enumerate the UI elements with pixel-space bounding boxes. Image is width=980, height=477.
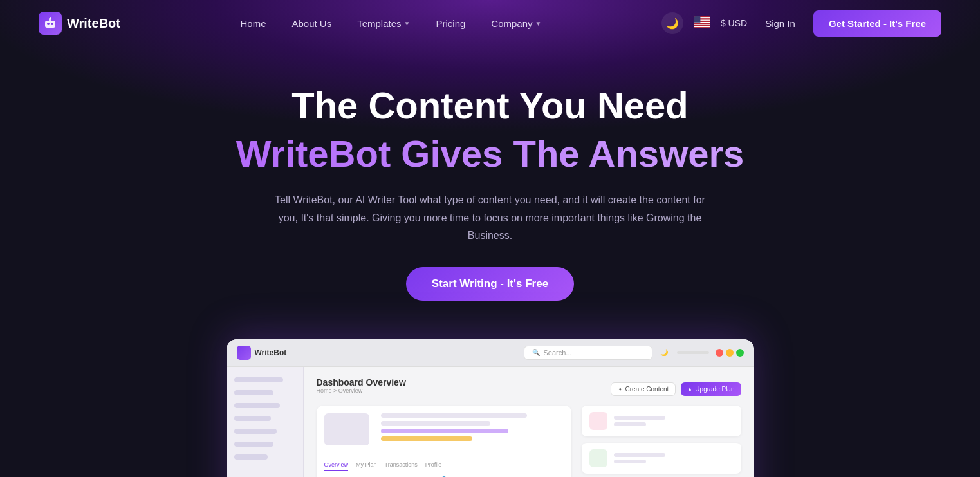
dashboard-body: Dashboard Overview Home > Overview ✦ Cre…: [227, 367, 754, 477]
text-line: [381, 421, 490, 426]
dash-logo-mini-icon: [237, 346, 251, 360]
nav-right: 🌙 $ USD: [661, 10, 941, 37]
dashboard-preview: WriteBot 🔍 Search... 🌙: [227, 339, 754, 477]
traffic-lights: [716, 349, 744, 357]
dashboard-title-area: Dashboard Overview Home > Overview: [317, 377, 406, 402]
tab-transactions[interactable]: Transactions: [385, 462, 418, 471]
stat-line-short: [614, 422, 646, 426]
hero-cta-button[interactable]: Start Writing - It's Free: [406, 267, 574, 301]
sidebar-item: [234, 429, 277, 434]
dashboard-breadcrumb: Home > Overview: [317, 388, 406, 394]
card-content: [324, 413, 564, 449]
nav-pricing[interactable]: Pricing: [424, 13, 477, 34]
svg-rect-0: [45, 21, 55, 28]
dark-mode-toggle[interactable]: 🌙: [661, 12, 683, 34]
company-chevron-icon: ▼: [535, 20, 542, 27]
text-line-warning: [381, 436, 472, 441]
logo-icon: [39, 12, 62, 35]
sidebar-item: [234, 454, 268, 460]
stat-line-short: [614, 460, 646, 463]
stat-card-2: [582, 443, 741, 474]
nav-company[interactable]: Company ▼: [479, 13, 553, 34]
svg-rect-16: [694, 27, 710, 28]
card-thumbnail: [324, 413, 369, 445]
card-tabs[interactable]: Overview My Plan Transactions Profile: [324, 456, 564, 471]
window-controls: 🌙: [660, 349, 744, 357]
currency-selector[interactable]: $ USD: [721, 18, 747, 28]
create-content-button[interactable]: ✦ Create Content: [611, 382, 676, 396]
search-placeholder: Search...: [544, 349, 572, 357]
svg-rect-14: [694, 25, 710, 26]
sidebar-item: [234, 442, 274, 447]
hero-title-line2: WriteBot Gives The Answers: [13, 131, 967, 176]
nav-templates[interactable]: Templates ▼: [346, 13, 421, 34]
sidebar-item: [234, 403, 280, 408]
dashboard-header: Dashboard Overview Home > Overview ✦ Cre…: [317, 377, 741, 402]
search-icon: 🔍: [532, 349, 540, 356]
hero-section: The Content You Need WriteBot Gives The …: [0, 46, 980, 326]
stat-icon-1: [589, 412, 607, 430]
stat-text-1: [614, 416, 665, 426]
nav-links: Home About Us Templates ▼ Pricing Compan…: [228, 13, 553, 34]
nav-about[interactable]: About Us: [280, 13, 343, 34]
templates-chevron-icon: ▼: [404, 20, 411, 27]
language-selector[interactable]: [694, 16, 710, 30]
dash-logo-area: WriteBot: [237, 346, 516, 360]
logo-text: WriteBot: [67, 16, 120, 31]
dashboard-cards-area: Overview My Plan Transactions Profile: [317, 406, 741, 477]
svg-rect-13: [694, 24, 710, 24]
svg-point-1: [47, 23, 50, 25]
maximize-window-dot[interactable]: [736, 349, 744, 357]
svg-rect-15: [694, 26, 710, 27]
nav-home[interactable]: Home: [228, 13, 277, 34]
upgrade-plan-button[interactable]: ★ Upgrade Plan: [681, 382, 741, 396]
dashboard-sidebar: [227, 367, 304, 477]
svg-rect-12: [694, 23, 710, 24]
close-window-dot[interactable]: [716, 349, 723, 357]
get-started-button[interactable]: Get Started - It's Free: [813, 10, 941, 37]
sidebar-item: [234, 377, 283, 382]
stat-line: [614, 453, 665, 457]
progress-bar: [677, 351, 709, 354]
svg-point-2: [51, 23, 53, 25]
dash-search-bar[interactable]: 🔍 Search...: [524, 346, 652, 360]
main-overview-card: Overview My Plan Transactions Profile: [317, 406, 571, 477]
sidebar-item: [234, 416, 271, 421]
plus-icon: ✦: [618, 386, 623, 393]
stat-text-2: [614, 453, 665, 463]
hero-description: Tell WriteBot, our AI Writer Tool what t…: [265, 191, 716, 244]
dashboard-titlebar: WriteBot 🔍 Search... 🌙: [227, 339, 754, 367]
dashboard-window: WriteBot 🔍 Search... 🌙: [227, 339, 754, 477]
moon-icon: 🌙: [660, 349, 668, 356]
svg-point-4: [50, 17, 51, 19]
svg-rect-17: [694, 16, 700, 23]
minimize-window-dot[interactable]: [726, 349, 734, 357]
dash-logo-text: WriteBot: [255, 348, 287, 357]
dashboard-right-column: [582, 406, 741, 477]
hero-title-line1: The Content You Need: [13, 85, 967, 126]
tab-my-plan[interactable]: My Plan: [356, 462, 377, 471]
text-line-accent: [381, 429, 509, 433]
tab-profile[interactable]: Profile: [425, 462, 442, 471]
navbar: WriteBot Home About Us Templates ▼ Prici…: [0, 0, 980, 46]
star-icon: ★: [687, 386, 692, 393]
tab-overview[interactable]: Overview: [324, 462, 349, 471]
dashboard-main-content: Dashboard Overview Home > Overview ✦ Cre…: [304, 367, 754, 477]
dashboard-action-buttons: ✦ Create Content ★ Upgrade Plan: [611, 382, 741, 396]
stat-card-1: [582, 406, 741, 436]
sidebar-item: [234, 390, 274, 395]
text-line: [381, 413, 527, 418]
signin-link[interactable]: Sign In: [757, 13, 803, 34]
stat-line: [614, 416, 665, 420]
stat-icon-2: [589, 449, 607, 467]
card-text-lines: [381, 413, 564, 449]
dashboard-title: Dashboard Overview: [317, 377, 406, 388]
logo[interactable]: WriteBot: [39, 12, 120, 35]
